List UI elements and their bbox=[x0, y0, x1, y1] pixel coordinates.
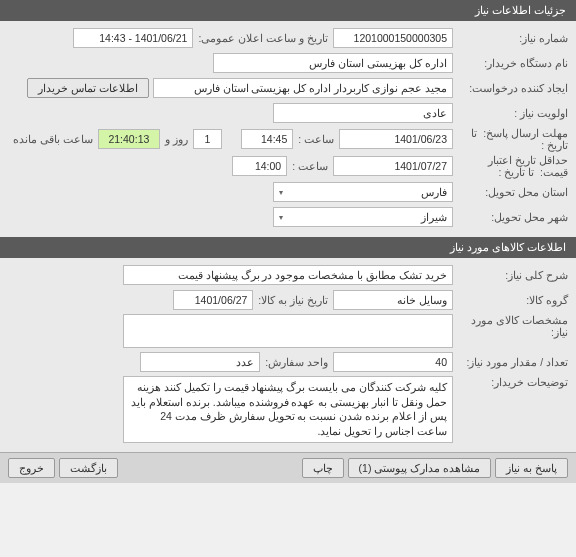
label-public-datetime: تاریخ و ساعت اعلان عمومی: bbox=[193, 32, 333, 44]
field-need-number: 1201000150000305 bbox=[333, 28, 453, 48]
field-goods-spec bbox=[123, 314, 453, 348]
chevron-down-icon: ▾ bbox=[279, 213, 283, 222]
label-reply-deadline: مهلت ارسال پاسخ: تا تاریخ : bbox=[453, 127, 568, 151]
field-need-desc: خرید تشک مطابق با مشخصات موجود در برگ پی… bbox=[123, 265, 453, 285]
field-goods-group: وسایل خانه bbox=[333, 290, 453, 310]
field-need-date-goods: 1401/06/27 bbox=[173, 290, 253, 310]
label-province: استان محل تحویل: bbox=[453, 186, 568, 198]
label-time-left: ساعت باقی مانده bbox=[8, 133, 98, 145]
field-city[interactable]: شیراز▾ bbox=[273, 207, 453, 227]
label-validity-hour: ساعت : bbox=[287, 160, 333, 172]
label-buyer-notes: توضیحات خریدار: bbox=[453, 376, 568, 388]
label-need-date-goods: تاریخ نیاز به کالا: bbox=[253, 294, 333, 306]
label-qty: تعداد / مقدار مورد نیاز: bbox=[453, 356, 568, 368]
label-need-number: شماره نیاز: bbox=[453, 32, 568, 44]
field-reply-date: 1401/06/23 bbox=[339, 129, 453, 149]
field-buyer-org: اداره کل بهزیستی استان فارس bbox=[213, 53, 453, 73]
chevron-down-icon: ▾ bbox=[279, 188, 283, 197]
goods-info-form: شرح کلی نیاز: خرید تشک مطابق با مشخصات م… bbox=[0, 258, 576, 452]
field-province[interactable]: فارس▾ bbox=[273, 182, 453, 202]
field-priority: عادی bbox=[273, 103, 453, 123]
label-need-desc: شرح کلی نیاز: bbox=[453, 269, 568, 281]
label-priority: اولویت نیاز : bbox=[453, 107, 568, 119]
label-reply-hour: ساعت : bbox=[293, 133, 339, 145]
field-days-left: 1 bbox=[193, 129, 222, 149]
field-reply-hour: 14:45 bbox=[241, 129, 294, 149]
label-order-unit: واحد سفارش: bbox=[260, 356, 333, 368]
field-public-datetime: 1401/06/21 - 14:43 bbox=[73, 28, 193, 48]
label-buyer-org: نام دستگاه خریدار: bbox=[453, 57, 568, 69]
label-requester: ایجاد کننده درخواست: bbox=[453, 82, 568, 94]
field-qty: 40 bbox=[333, 352, 453, 372]
print-button[interactable]: چاپ bbox=[302, 458, 344, 478]
action-bar: پاسخ به نیاز مشاهده مدارک پیوستی (1) چاپ… bbox=[0, 452, 576, 483]
field-order-unit: عدد bbox=[140, 352, 260, 372]
field-buyer-notes: کلیه شرکت کنندگان می بایست برگ پیشنهاد ق… bbox=[123, 376, 453, 443]
attachments-button[interactable]: مشاهده مدارک پیوستی (1) bbox=[348, 458, 492, 478]
back-button[interactable]: بازگشت bbox=[59, 458, 118, 478]
label-city: شهر محل تحویل: bbox=[453, 211, 568, 223]
field-time-left: 21:40:13 bbox=[98, 129, 160, 149]
label-goods-spec: مشخصات کالای مورد نیاز: bbox=[453, 314, 568, 338]
goods-info-header: اطلاعات کالاهای مورد نیاز bbox=[0, 237, 576, 258]
label-days-and: روز و bbox=[160, 133, 193, 145]
need-info-form: شماره نیاز: 1201000150000305 تاریخ و ساع… bbox=[0, 21, 576, 237]
field-validity-hour: 14:00 bbox=[232, 156, 287, 176]
need-info-header: جزئیات اطلاعات نیاز bbox=[0, 0, 576, 21]
contact-buyer-button[interactable]: اطلاعات تماس خریدار bbox=[27, 78, 149, 98]
label-goods-group: گروه کالا: bbox=[453, 294, 568, 306]
exit-button[interactable]: خروج bbox=[8, 458, 55, 478]
field-requester: مجید عجم نوازی کاربردار اداره کل بهزیستی… bbox=[153, 78, 453, 98]
reply-need-button[interactable]: پاسخ به نیاز bbox=[495, 458, 568, 478]
field-validity-date: 1401/07/27 bbox=[333, 156, 453, 176]
label-min-validity: حداقل تاریخ اعتبار قیمت: تا تاریخ : bbox=[453, 154, 568, 178]
